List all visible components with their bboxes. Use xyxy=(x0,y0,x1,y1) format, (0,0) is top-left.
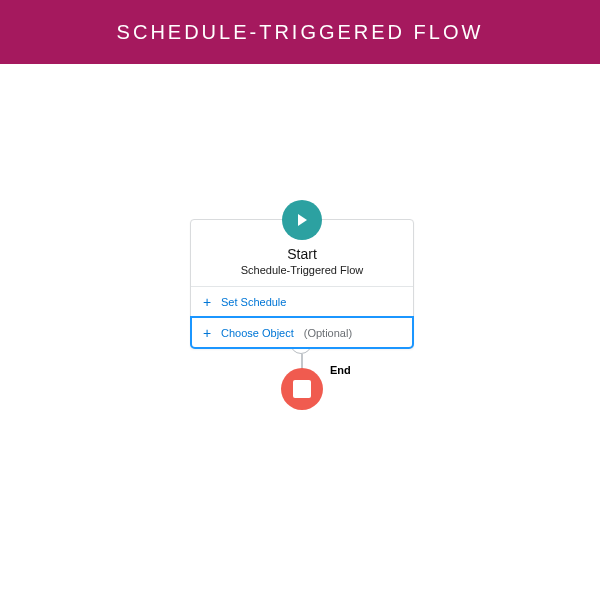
banner-title: SCHEDULE-TRIGGERED FLOW xyxy=(117,21,484,44)
plus-icon: + xyxy=(201,326,213,340)
flow-canvas: Start Schedule-Triggered Flow + Set Sche… xyxy=(0,64,600,600)
plus-icon: + xyxy=(201,295,213,309)
page-banner: SCHEDULE-TRIGGERED FLOW xyxy=(0,0,600,64)
start-node[interactable]: Start Schedule-Triggered Flow + Set Sche… xyxy=(190,219,414,349)
start-title: Start xyxy=(199,246,405,262)
choose-object-label: Choose Object xyxy=(221,327,294,339)
set-schedule-label: Set Schedule xyxy=(221,296,286,308)
end-label: End xyxy=(330,364,351,376)
end-node[interactable] xyxy=(281,368,323,410)
choose-object-row[interactable]: + Choose Object (Optional) xyxy=(191,317,413,348)
choose-object-optional: (Optional) xyxy=(304,327,352,339)
play-icon xyxy=(282,200,322,240)
stop-icon xyxy=(293,380,311,398)
set-schedule-row[interactable]: + Set Schedule xyxy=(191,286,413,317)
start-subtitle: Schedule-Triggered Flow xyxy=(199,264,405,276)
